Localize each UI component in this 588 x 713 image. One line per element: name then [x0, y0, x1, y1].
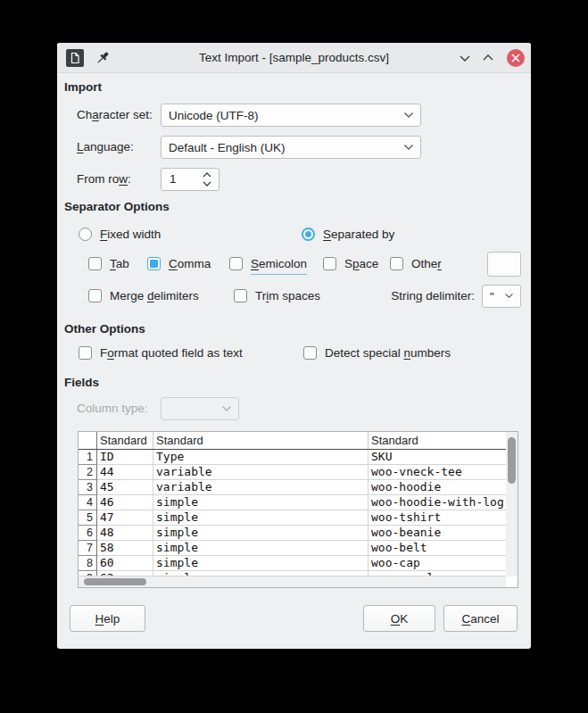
other-checkbox[interactable]: Other: [390, 257, 442, 270]
horizontal-scrollbar-thumb[interactable]: [84, 578, 146, 585]
table-cell: woo-vneck-tee: [369, 465, 506, 480]
separated-by-radio[interactable]: Separated by: [302, 228, 394, 241]
merge-delimiters-checkbox[interactable]: Merge delimiters: [88, 289, 199, 303]
table-cell: simple: [153, 495, 369, 510]
table-row: 860simplewoo-cap: [79, 556, 506, 571]
table-cell: 48: [97, 526, 153, 541]
semicolon-checkbox[interactable]: Semicolon: [229, 257, 307, 270]
titlebar[interactable]: Text Import - [sample_products.csv]: [57, 43, 531, 73]
from-row-label: From row:: [77, 168, 131, 191]
table-cell: woo-beanie: [369, 526, 506, 541]
table-cell: simple: [153, 556, 369, 571]
format-quoted-checkbox[interactable]: Format quoted field as text: [79, 346, 243, 360]
table-cell: variable: [153, 465, 369, 480]
radio-icon: [302, 228, 315, 241]
fields-section-title: Fields: [64, 376, 99, 389]
row-number: 7: [79, 541, 97, 556]
preview-grid: StandardStandardStandard 1IDTypeSKU244va…: [79, 432, 507, 576]
checkbox-icon: [390, 257, 403, 270]
vertical-scrollbar-thumb[interactable]: [508, 437, 516, 484]
chevron-down-icon: [403, 144, 414, 151]
vertical-scrollbar[interactable]: [506, 432, 518, 576]
checkbox-icon: [79, 346, 92, 360]
checkbox-icon: [234, 289, 247, 303]
chevron-down-icon: [221, 405, 232, 412]
horizontal-scrollbar[interactable]: [79, 576, 506, 587]
column-header[interactable]: Standard: [369, 432, 506, 449]
table-cell: 47: [97, 510, 153, 526]
table-cell: 44: [97, 465, 153, 480]
table-cell: woo-belt: [369, 541, 506, 556]
table-cell: 60: [97, 556, 153, 571]
checkbox-icon: [323, 257, 336, 270]
table-row: 758simplewoo-belt: [79, 541, 506, 556]
space-checkbox[interactable]: Space: [323, 257, 378, 270]
checkbox-icon: [88, 257, 102, 270]
fixed-width-radio[interactable]: Fixed width: [79, 228, 161, 241]
table-cell: ID: [97, 450, 153, 465]
other-separator-input[interactable]: [487, 252, 521, 277]
shade-chevron-down-icon[interactable]: [458, 52, 472, 64]
table-body: 1IDTypeSKU244variablewoo-vneck-tee345var…: [79, 450, 506, 576]
table-cell: simple: [153, 526, 369, 541]
table-cell: woo-cap: [369, 556, 506, 571]
string-delimiter-select[interactable]: ": [482, 285, 521, 308]
column-header[interactable]: Standard: [153, 432, 369, 449]
separator-section-title: Separator Options: [64, 200, 170, 213]
row-number: 3: [79, 480, 97, 495]
other-options-section-title: Other Options: [64, 322, 145, 336]
import-section-title: Import: [64, 80, 102, 94]
from-row-value: 1: [170, 169, 177, 190]
table-row: 648simplewoo-beanie: [79, 526, 506, 541]
table-cell: woo-hoodie: [369, 480, 506, 495]
radio-icon: [79, 228, 92, 241]
checkbox-icon: [303, 346, 317, 360]
row-number: 4: [79, 495, 97, 510]
character-set-label: Character set:: [77, 104, 153, 127]
row-number: 2: [79, 465, 97, 480]
row-number: 6: [79, 526, 97, 541]
column-type-select: [161, 397, 239, 420]
checkbox-icon: [88, 289, 102, 303]
table-row: 345variablewoo-hoodie: [79, 480, 506, 495]
column-header[interactable]: Standard: [97, 432, 153, 449]
table-row: 244variablewoo-vneck-tee: [79, 465, 506, 480]
unshade-chevron-up-icon[interactable]: [481, 52, 495, 64]
table-cell: woo-hoodie-with-log: [369, 495, 506, 510]
preview-table: StandardStandardStandard 1IDTypeSKU244va…: [78, 431, 518, 588]
table-cell: simple: [153, 510, 369, 526]
detect-special-numbers-checkbox[interactable]: Detect special numbers: [303, 346, 451, 360]
tab-checkbox[interactable]: Tab: [88, 257, 129, 270]
ok-button[interactable]: OK: [363, 605, 435, 632]
checkbox-icon: [229, 257, 243, 270]
table-cell: SKU: [369, 450, 506, 465]
checkbox-icon: [147, 257, 161, 270]
screen-background: Text Import - [sample_products.csv] Impo…: [0, 0, 588, 713]
stepper-arrows[interactable]: [201, 170, 213, 188]
table-row: 1IDTypeSKU: [79, 450, 506, 465]
chevron-down-icon: [504, 293, 514, 299]
table-cell: simple: [153, 541, 369, 556]
close-button[interactable]: [507, 49, 525, 67]
language-select[interactable]: Default - English (UK): [161, 136, 421, 159]
chevron-down-icon: [403, 112, 414, 119]
table-header-row: StandardStandardStandard: [79, 432, 506, 450]
column-type-label: Column type:: [77, 397, 148, 420]
from-row-stepper[interactable]: 1: [161, 168, 219, 191]
table-row: 446simplewoo-hoodie-with-log: [79, 495, 506, 510]
string-delimiter-label: String delimiter:: [391, 289, 475, 303]
language-label: Language:: [77, 136, 134, 159]
table-row: 547simplewoo-tshirt: [79, 510, 506, 526]
row-number: 1: [79, 450, 97, 465]
table-cell: 58: [97, 541, 153, 556]
text-import-dialog: Text Import - [sample_products.csv] Impo…: [57, 43, 531, 649]
character-set-select[interactable]: Unicode (UTF-8): [161, 104, 421, 127]
help-button[interactable]: Help: [70, 605, 145, 632]
table-cell: variable: [153, 480, 369, 495]
row-number: 5: [79, 510, 97, 526]
table-cell: woo-tshirt: [369, 510, 506, 526]
trim-spaces-checkbox[interactable]: Trim spaces: [234, 289, 320, 303]
comma-checkbox[interactable]: Comma: [147, 257, 211, 270]
cancel-button[interactable]: Cancel: [443, 605, 518, 632]
table-cell: 46: [97, 495, 153, 510]
